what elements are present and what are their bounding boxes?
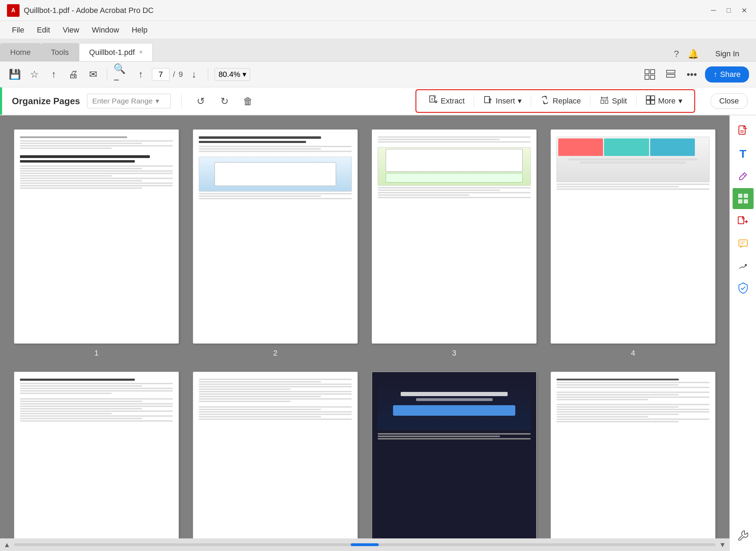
title-bar-left: A Quillbot-1.pdf - Adobe Acrobat Pro DC bbox=[7, 4, 154, 17]
menu-bar: File Edit View Window Help bbox=[0, 21, 756, 39]
page-number-input[interactable]: 7 bbox=[152, 68, 169, 81]
menu-view[interactable]: View bbox=[58, 23, 84, 37]
extract-button[interactable]: Extract bbox=[422, 92, 471, 110]
email-icon[interactable]: ✉ bbox=[85, 67, 101, 82]
svg-rect-15 bbox=[601, 100, 604, 103]
scroll-thumb[interactable] bbox=[351, 543, 379, 546]
split-label: Split bbox=[612, 96, 627, 106]
more-button[interactable]: More ▾ bbox=[639, 92, 689, 110]
maximize-button[interactable]: □ bbox=[724, 6, 734, 15]
page-item-5[interactable]: 5 bbox=[14, 372, 179, 551]
replace-button[interactable]: Replace bbox=[534, 92, 587, 110]
tab-bar-right: ? 🔔 Sign In bbox=[674, 46, 756, 61]
split-button[interactable]: Split bbox=[593, 92, 633, 110]
page-number-1: 1 bbox=[94, 349, 99, 358]
scroll-mode-icon[interactable] bbox=[663, 67, 678, 82]
layout-icon[interactable] bbox=[642, 67, 657, 82]
svg-rect-20 bbox=[651, 100, 655, 104]
close-organize-button[interactable]: Close bbox=[711, 93, 748, 109]
tab-bar: Home Tools Quillbot-1.pdf × ? 🔔 Sign In bbox=[0, 39, 756, 62]
page-thumb-7[interactable] bbox=[372, 372, 537, 551]
help-icon[interactable]: ? bbox=[674, 49, 679, 59]
insert-icon bbox=[483, 95, 493, 107]
svg-line-24 bbox=[743, 174, 745, 176]
page-item-4[interactable]: 4 bbox=[551, 129, 715, 358]
page-3-content bbox=[378, 135, 531, 338]
svg-rect-28 bbox=[744, 199, 748, 203]
tab-home[interactable]: Home bbox=[0, 43, 41, 61]
page-number-4: 4 bbox=[631, 349, 635, 358]
bookmark-icon[interactable]: ☆ bbox=[27, 67, 42, 82]
page-thumb-3[interactable] bbox=[372, 129, 537, 344]
right-sidebar: T bbox=[729, 115, 756, 551]
tab-close-button[interactable]: × bbox=[139, 49, 143, 56]
menu-help[interactable]: Help bbox=[127, 23, 152, 37]
next-page-button[interactable]: ↓ bbox=[186, 67, 202, 82]
page-item-8[interactable]: 8 bbox=[551, 372, 715, 551]
page-thumb-1[interactable] bbox=[14, 129, 179, 344]
minimize-button[interactable]: ─ bbox=[708, 6, 718, 15]
page-item-7[interactable]: 7 bbox=[372, 372, 537, 551]
insert-button[interactable]: Insert ▾ bbox=[477, 92, 528, 110]
page-item-6[interactable]: 6 bbox=[193, 372, 358, 551]
scroll-track[interactable] bbox=[14, 543, 715, 546]
more-label: More bbox=[658, 96, 676, 106]
share-button[interactable]: ↑ Share bbox=[705, 66, 749, 83]
page-thumb-5[interactable] bbox=[14, 372, 179, 551]
scroll-left-arrow[interactable]: ▲ bbox=[3, 541, 10, 549]
main-toolbar: 💾 ☆ ↑ 🖨 ✉ 🔍− ↑ 7 / 9 ↓ 80.4% ▾ bbox=[0, 62, 756, 87]
sidebar-translate-icon[interactable]: T bbox=[733, 143, 754, 164]
page-item-1[interactable]: 1 bbox=[14, 129, 179, 358]
page-range-placeholder: Enter Page Range bbox=[92, 97, 153, 105]
delete-button[interactable]: 🗑 bbox=[240, 93, 256, 109]
tab-tools[interactable]: Tools bbox=[41, 43, 79, 61]
page-range-dropdown-icon: ▾ bbox=[155, 97, 159, 105]
svg-rect-30 bbox=[739, 240, 747, 246]
redo-button[interactable]: ↻ bbox=[216, 93, 233, 109]
window-controls[interactable]: ─ □ ✕ bbox=[708, 6, 749, 15]
menu-file[interactable]: File bbox=[7, 23, 29, 37]
page-item-2[interactable]: 2 bbox=[193, 129, 358, 358]
page-range-select[interactable]: Enter Page Range ▾ bbox=[87, 94, 171, 108]
sidebar-edit-icon[interactable] bbox=[733, 166, 754, 187]
sidebar-organize-icon[interactable] bbox=[733, 188, 754, 209]
zoom-out-icon[interactable]: 🔍− bbox=[114, 67, 129, 82]
upload-icon[interactable]: ↑ bbox=[46, 67, 61, 82]
undo-button[interactable]: ↺ bbox=[192, 93, 209, 109]
page-thumb-4[interactable] bbox=[551, 129, 715, 344]
sidebar-pdf-tools-icon[interactable] bbox=[733, 121, 754, 142]
action-sep-2 bbox=[531, 95, 531, 107]
tab-document[interactable]: Quillbot-1.pdf × bbox=[79, 43, 153, 61]
main-content-area: 1 bbox=[0, 115, 756, 551]
more-tools-icon[interactable]: ••• bbox=[684, 67, 699, 82]
page-4-content bbox=[557, 135, 710, 338]
sidebar-comment-icon[interactable] bbox=[733, 233, 754, 254]
svg-rect-26 bbox=[744, 194, 748, 198]
notification-icon[interactable]: 🔔 bbox=[688, 49, 699, 59]
action-sep-3 bbox=[590, 95, 590, 107]
print-icon[interactable]: 🖨 bbox=[66, 67, 81, 82]
sidebar-protect-icon[interactable] bbox=[733, 278, 754, 299]
sign-in-button[interactable]: Sign In bbox=[707, 46, 748, 61]
more-dropdown-icon: ▾ bbox=[678, 96, 682, 106]
page-thumb-2[interactable] bbox=[193, 129, 358, 344]
horizontal-scrollbar[interactable]: ▲ ▼ bbox=[0, 538, 729, 551]
insert-dropdown-icon: ▾ bbox=[518, 96, 522, 106]
close-button[interactable]: ✕ bbox=[739, 6, 749, 15]
page-thumb-6[interactable] bbox=[193, 372, 358, 551]
scroll-right-arrow[interactable]: ▼ bbox=[719, 541, 726, 549]
page-item-3[interactable]: 3 bbox=[372, 129, 537, 358]
sidebar-convert-icon[interactable] bbox=[733, 210, 754, 231]
sidebar-tools-icon[interactable] bbox=[733, 524, 754, 545]
prev-page-button[interactable]: ↑ bbox=[133, 67, 148, 82]
zoom-drop-icon: ▾ bbox=[242, 70, 246, 79]
page-thumb-8[interactable] bbox=[551, 372, 715, 551]
share-icon: ↑ bbox=[713, 70, 717, 79]
menu-window[interactable]: Window bbox=[87, 23, 124, 37]
save-icon[interactable]: 💾 bbox=[7, 67, 22, 82]
sidebar-fill-sign-icon[interactable] bbox=[733, 255, 754, 276]
zoom-control[interactable]: 80.4% ▾ bbox=[215, 68, 250, 81]
page-1-content bbox=[20, 135, 173, 338]
tab-document-label: Quillbot-1.pdf bbox=[89, 48, 135, 57]
menu-edit[interactable]: Edit bbox=[32, 23, 55, 37]
